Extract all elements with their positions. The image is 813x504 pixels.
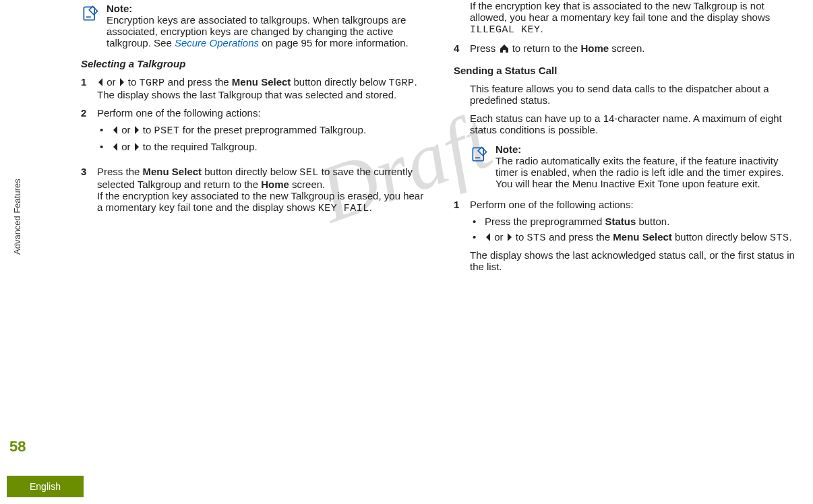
note-body: Note: The radio automatically exits the …: [495, 144, 800, 189]
text: Press: [470, 42, 499, 54]
step-number: 4: [454, 42, 463, 55]
right-arrow-icon: [506, 232, 513, 244]
step-number: 1: [81, 76, 90, 100]
left-arrow-icon: [112, 125, 119, 137]
note-text-2: on page 95 for more information.: [259, 37, 409, 49]
key-fail-label: KEY FAIL: [318, 203, 369, 214]
text: .: [541, 23, 543, 34]
text: If the encryption key that is associated…: [470, 0, 770, 23]
right-arrow-icon: [119, 77, 125, 89]
text: or: [119, 124, 133, 135]
text: .: [789, 231, 791, 243]
list-item: or to the required Talkgroup.: [100, 141, 427, 154]
text: and press the: [165, 76, 232, 88]
tgrp-label: TGRP: [140, 77, 165, 89]
home-label: Home: [580, 42, 609, 54]
step-result: The display shows the last Talkgroup tha…: [97, 89, 427, 100]
left-arrow-icon: [97, 77, 104, 89]
bullet-list: Press the preprogrammed Status button. o…: [470, 216, 800, 244]
right-arrow-icon: [133, 125, 140, 137]
step-2: 2 Perform one of the following actions: …: [81, 107, 427, 159]
note-body: Note: Encryption keys are associated to …: [107, 3, 427, 49]
menu-select-label: Menu Select: [613, 231, 672, 243]
text: button directly below: [202, 166, 299, 177]
text: to: [140, 124, 154, 135]
note-text: The radio automatically exits the featur…: [495, 155, 784, 189]
home-label: Home: [261, 179, 289, 190]
step-body: Perform one of the following actions: or…: [97, 107, 427, 159]
step-body: or to TGRP and press the Menu Select but…: [97, 76, 427, 100]
step-number: 3: [81, 166, 90, 214]
secure-operations-link[interactable]: Secure Operations: [175, 37, 259, 49]
list-item: or to STS and press the Menu Select butt…: [473, 231, 800, 244]
step-1-status: 1 Perform one of the following actions: …: [454, 199, 800, 272]
text: .: [369, 201, 372, 213]
text: to return to the: [510, 42, 581, 54]
step-3: 3 Press the Menu Select button directly …: [81, 166, 427, 214]
step-text: Perform one of the following actions:: [97, 107, 427, 119]
pset-label: PSET: [154, 125, 180, 137]
step-3-continued: If the encryption key that is associated…: [470, 0, 800, 36]
text: and press the: [546, 231, 613, 243]
section-tab: Advanced Features: [12, 179, 22, 255]
step-text: Perform one of the following actions:: [470, 199, 800, 210]
list-item: or to PSET for the preset preprogrammed …: [100, 124, 427, 137]
note-title: Note:: [107, 3, 132, 14]
illegal-key-label: ILLEGAL KEY: [470, 24, 541, 36]
list-item: Press the preprogrammed Status button.: [473, 216, 800, 227]
menu-select-label: Menu Select: [232, 76, 291, 88]
text: to: [513, 231, 527, 243]
page-number: 58: [9, 438, 26, 455]
left-column: Note: Encryption keys are associated to …: [81, 0, 427, 464]
text: to: [125, 76, 140, 88]
text: button directly below: [291, 76, 388, 88]
note-block: Note: The radio automatically exits the …: [470, 144, 800, 189]
bullet-list: or to PSET for the preset preprogrammed …: [97, 124, 427, 154]
tgrp-label: TGRP: [388, 77, 414, 89]
menu-select-label: Menu Select: [143, 166, 202, 177]
text: screen.: [609, 42, 644, 54]
subhead-selecting-talkgroup: Selecting a Talkgroup: [81, 58, 427, 69]
step-body: Press to return to the Home screen.: [470, 42, 800, 55]
right-column: If the encryption key that is associated…: [454, 0, 800, 464]
text: for the preset preprogrammed Talkgroup.: [180, 124, 367, 135]
status-label: Status: [605, 216, 636, 227]
text: .: [414, 76, 417, 88]
step-number: 1: [454, 199, 463, 272]
sts-label: STS: [527, 232, 547, 244]
note-icon: [470, 145, 489, 164]
step-4: 4 Press to return to the Home screen.: [454, 42, 800, 55]
text: to the required Talkgroup.: [140, 141, 258, 152]
text: screen.: [289, 179, 325, 190]
paragraph: Each status can have up to a 14-characte…: [470, 113, 800, 135]
text: If the encryption key associated to the …: [97, 190, 423, 213]
sel-label: SEL: [299, 167, 319, 179]
text: or: [491, 231, 506, 243]
text: button.: [636, 216, 669, 227]
note-icon: [81, 4, 100, 23]
sts-label: STS: [770, 232, 789, 244]
paragraph: This feature allows you to send data cal…: [470, 83, 800, 106]
home-icon: [499, 44, 510, 55]
step-1: 1 or to TGRP and press the Menu Select b…: [81, 76, 427, 100]
right-arrow-icon: [133, 142, 140, 154]
left-arrow-icon: [485, 232, 491, 244]
text: or: [104, 76, 119, 88]
step-result: The display shows the last acknowledged …: [470, 249, 800, 272]
step-number: 2: [81, 107, 90, 159]
step-body: Press the Menu Select button directly be…: [97, 166, 427, 214]
subhead-sending-status-call: Sending a Status Call: [454, 65, 800, 76]
note-title: Note:: [495, 144, 521, 155]
page-content: Note: Encryption keys are associated to …: [81, 0, 800, 464]
left-arrow-icon: [112, 142, 119, 154]
text: button directly below: [672, 231, 770, 243]
step-body: Perform one of the following actions: Pr…: [470, 199, 800, 272]
text: Press the: [97, 166, 143, 177]
text: Press the preprogrammed: [485, 216, 605, 227]
language-tab: English: [7, 476, 84, 497]
note-block: Note: Encryption keys are associated to …: [81, 3, 427, 49]
text: or: [119, 141, 133, 152]
